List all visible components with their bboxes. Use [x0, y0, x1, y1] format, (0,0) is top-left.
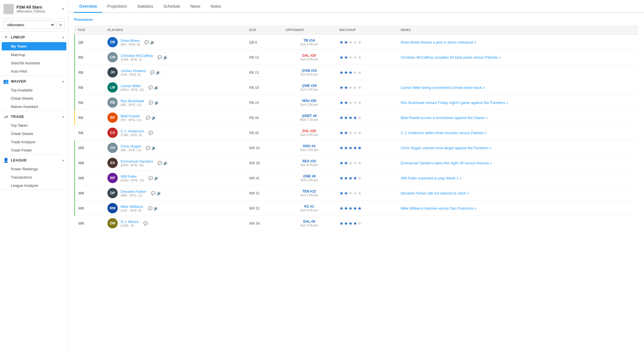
chat-icon[interactable]: 💬 [148, 176, 153, 180]
opponent-cell: DAL #9 Sun 4:25 pm [282, 216, 336, 231]
tab-notes[interactable]: Notes [205, 0, 226, 13]
news-link[interactable]: Will Fuller expected to play Week 1 » [401, 176, 462, 180]
player-name[interactable]: Lamar Miller [121, 84, 144, 88]
sidebar-section-header-waiver[interactable]: 👥 WAIVER ▲ [0, 76, 68, 86]
sound-icon[interactable]: 🔊 [163, 161, 168, 165]
stars-container: ★★★★★ [339, 175, 394, 181]
sidebar-item-auto-pilot[interactable]: Auto-Pilot [0, 67, 68, 75]
player-avatar: RB [107, 97, 118, 108]
sound-icon[interactable]: 🔊 [163, 55, 168, 60]
sidebar-section-header-trade[interactable]: ⇄ TRADE ▲ [0, 111, 68, 121]
sound-icon[interactable]: 🔊 [154, 101, 159, 105]
player-name[interactable]: Jordan Howard [121, 69, 146, 73]
tab-statistics[interactable]: Statistics [132, 0, 158, 13]
sidebar-item-trade-analyzer[interactable]: Trade Analyzer [0, 138, 68, 146]
sound-icon[interactable]: 🔊 [152, 116, 156, 120]
player-name[interactable]: Mike Williams [121, 204, 143, 209]
sidebar-item-cheat-sheets-waiver[interactable]: Cheat Sheets [0, 94, 68, 103]
player-name[interactable]: D.J. Moore [121, 220, 139, 224]
sidebar-item-top-available[interactable]: Top Available [0, 86, 68, 94]
news-link[interactable]: Rex Burkhead misses Friday night's game … [401, 101, 508, 105]
chat-icon[interactable]: 💬 [150, 70, 155, 75]
tabs-container: OverviewProjectionsStatisticsScheduleNew… [74, 0, 226, 12]
star-2: ★ [344, 115, 348, 120]
chat-icon[interactable]: 💬 [158, 161, 162, 165]
sidebar-item-transactions[interactable]: Transactions [0, 173, 68, 181]
player-avatar: CH [107, 143, 118, 153]
player-avatar: CA [107, 128, 118, 138]
ecr-value: RB 10 [249, 56, 259, 60]
player-info: Chris Hogan (NE - BYE: 11) [121, 144, 141, 152]
player-cell-inner: WF Will Fuller (HOU - BYE: 10) 💬🔊 [107, 173, 242, 183]
player-team: (NY - BYE: 11) [121, 118, 141, 122]
player-name[interactable]: Chris Hogan [121, 144, 141, 148]
news-link[interactable]: Bilal Powell scores a touchdown against … [401, 116, 488, 120]
news-link[interactable]: Devante Parker still not cleared to catc… [401, 191, 469, 195]
tab-news[interactable]: News [185, 0, 205, 13]
sidebar-item-start-sit[interactable]: Start/Sit Assistant [0, 59, 68, 67]
player-name[interactable]: Drew Brees [121, 38, 140, 43]
matchup-cell: ★★★★★ [336, 155, 397, 171]
player-info: Mike Williams (LAC - BYE: 8) [121, 204, 143, 212]
sidebar-item-power-rankings[interactable]: Power Rankings [0, 165, 68, 173]
sound-icon[interactable]: 🔊 [154, 206, 158, 210]
tab-projections[interactable]: Projections [102, 0, 132, 13]
player-name[interactable]: C.J. Anderson [121, 129, 144, 133]
sound-icon[interactable]: 🔊 [156, 70, 160, 75]
sidebar-item-cheat-sheets-trade[interactable]: Cheat Sheets [0, 130, 68, 138]
player-name[interactable]: Devante Parker [121, 189, 146, 194]
chat-icon[interactable]: 💬 [151, 191, 156, 195]
chat-icon[interactable]: 💬 [158, 55, 162, 60]
tab-overview[interactable]: Overview [74, 0, 102, 13]
chat-icon[interactable]: 💬 [148, 85, 153, 90]
chat-icon[interactable]: 💬 [143, 221, 148, 226]
sidebar-item-trade-finder[interactable]: Trade Finder [0, 146, 68, 154]
chat-icon[interactable]: 💬 [149, 101, 153, 105]
player-name[interactable]: Emmanuel Sanders [121, 159, 153, 163]
news-link[interactable]: Chris Hogan catches lone target against … [401, 146, 492, 150]
sidebar-section-header-lineup[interactable]: ≡ LINEUP ▲ [0, 32, 68, 42]
ecr-cell: RB 13 [246, 65, 282, 80]
news-link[interactable]: Drew Brees throws a pick in dress rehear… [401, 40, 476, 44]
col-ecr: ECR [246, 25, 282, 35]
player-name[interactable]: Bilal Powell [121, 114, 141, 118]
sound-icon[interactable]: 🔊 [150, 40, 155, 44]
opponent-time: Sun 1:00 pm [286, 178, 333, 182]
player-name[interactable]: Rex Burkhead [121, 99, 144, 103]
star-5: ★ [358, 206, 362, 211]
league-dropdown[interactable]: vMonsters [3, 21, 55, 29]
sidebar-item-matchup[interactable]: Matchup [0, 51, 68, 59]
chat-icon[interactable]: 💬 [148, 206, 152, 210]
news-link[interactable]: Lamar Miller being considered a three-do… [401, 85, 485, 90]
opponent-name: @NE #19 [286, 84, 333, 88]
content-area: Preseason POS PLAYERS ECR OPPONENT MATCH… [68, 13, 644, 352]
table-row: WR DP Devante Parker (MIA - BYE: 11) 💬🔊 … [75, 186, 638, 201]
news-link[interactable]: Mike Williams inactive versus San Franci… [401, 206, 477, 210]
opponent-cell: @NE #6 Sun 1:00 pm [282, 171, 336, 186]
tab-schedule[interactable]: Schedule [158, 0, 185, 13]
news-link[interactable]: Emmanuel Sanders takes the night off ver… [401, 161, 492, 165]
sound-icon[interactable]: 🔊 [157, 191, 161, 195]
sidebar-item-top-taken[interactable]: Top Taken [0, 121, 68, 130]
sound-icon[interactable]: 🔊 [152, 146, 156, 150]
matchup-cell: ★★★★★ [336, 186, 397, 201]
refresh-button[interactable]: ↻ [57, 21, 65, 29]
sidebar-section-header-league[interactable]: 👤 LEAGUE ▲ [0, 155, 68, 165]
sidebar-item-my-team[interactable]: My Team [2, 42, 66, 50]
chat-icon[interactable]: 💬 [148, 131, 153, 135]
sidebar-team-chevron[interactable]: ▼ [61, 7, 65, 11]
chat-icon[interactable]: 💬 [146, 116, 150, 120]
player-name[interactable]: Will Fuller [121, 174, 144, 179]
news-cell: Mike Williams inactive versus San Franci… [397, 201, 638, 216]
chat-icon[interactable]: 💬 [144, 40, 149, 44]
sound-icon[interactable]: 🔊 [154, 85, 159, 90]
sidebar-item-league-analyzer[interactable]: League Analyzer [0, 181, 68, 190]
sidebar-item-waiver-assistant[interactable]: Waiver Assistant [0, 103, 68, 111]
player-name[interactable]: Christian McCaffrey [121, 54, 153, 58]
chat-icon[interactable]: 💬 [146, 146, 150, 150]
news-cell [397, 65, 638, 80]
news-link[interactable]: C.J. Anderson tallies three touches vers… [401, 131, 486, 135]
news-link[interactable]: Christian McCaffrey compiles 64 total ya… [401, 55, 501, 60]
ecr-cell: WR 29 [246, 155, 282, 171]
sound-icon[interactable]: 🔊 [154, 176, 159, 180]
